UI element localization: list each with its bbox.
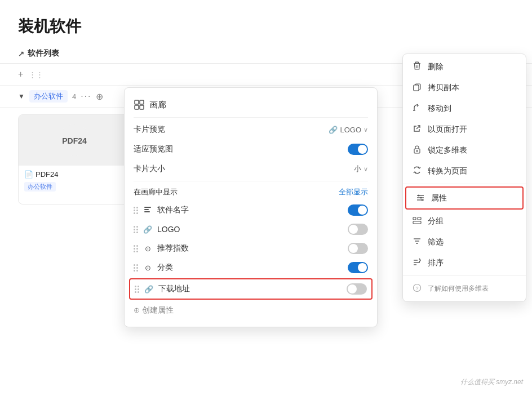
display-all-link[interactable]: 全部显示 bbox=[339, 187, 368, 197]
panel-adaptive-preview-row: 适应预览图 bbox=[125, 139, 377, 159]
panel-card-preview-row[interactable]: 卡片预览 🔗 LOGO ∨ bbox=[125, 120, 377, 139]
prop-category-icon: ⊙ bbox=[143, 264, 153, 272]
panel-divider-2 bbox=[134, 181, 368, 181]
menu-sort-label: 排序 bbox=[428, 258, 517, 268]
svg-rect-12 bbox=[135, 100, 139, 104]
open-page-icon bbox=[412, 124, 422, 135]
card-pdf24[interactable]: PDF24 📄 PDF24 办公软件 bbox=[18, 114, 131, 204]
menu-divider-1 bbox=[403, 184, 526, 184]
adaptive-preview-toggle[interactable] bbox=[348, 144, 368, 155]
menu-properties-label: 属性 bbox=[431, 193, 513, 203]
tag-plus[interactable]: ⊕ bbox=[96, 91, 103, 102]
panel-card-preview-label: 卡片预览 bbox=[134, 124, 323, 135]
drag-icon: ⋮⋮ bbox=[29, 70, 43, 79]
menu-item-group[interactable]: 分组 bbox=[403, 211, 526, 232]
tag-label[interactable]: 办公软件 bbox=[29, 90, 68, 103]
svg-line-28 bbox=[416, 126, 420, 129]
collapse-arrow[interactable]: ▼ bbox=[18, 92, 25, 100]
prop-category-toggle[interactable] bbox=[348, 262, 368, 273]
menu-item-move[interactable]: 移动到 bbox=[403, 98, 526, 119]
panel-divider-1 bbox=[134, 117, 368, 118]
svg-rect-39 bbox=[413, 221, 421, 224]
menu-item-lock[interactable]: 锁定多维表 bbox=[403, 140, 526, 161]
page-title: 装机软件 bbox=[0, 0, 532, 44]
display-section-text: 在画廊中显示 bbox=[134, 187, 178, 197]
prop-name-icon bbox=[143, 205, 153, 216]
arrow-icon: ↗ bbox=[18, 50, 24, 58]
menu-convert-label: 转换为页面 bbox=[428, 166, 517, 176]
prop-category-label: 分类 bbox=[157, 262, 343, 273]
menu-open-label: 以页面打开 bbox=[428, 124, 517, 135]
prop-name-toggle[interactable] bbox=[348, 204, 368, 216]
prop-rating-icon: ⊙ bbox=[143, 244, 153, 253]
lock-icon bbox=[412, 145, 422, 155]
menu-filter-label: 筛选 bbox=[428, 237, 517, 247]
chevron-down-icon: ∨ bbox=[363, 126, 368, 134]
panel-card-size-row[interactable]: 卡片大小 小 ∨ bbox=[125, 159, 377, 179]
props-icon bbox=[415, 193, 425, 203]
menu-item-properties[interactable]: 属性 bbox=[405, 186, 524, 210]
menu-item-delete[interactable]: 删除 bbox=[403, 56, 526, 77]
card-pdf24-name: 📄 PDF24 bbox=[24, 170, 125, 179]
prop-download-toggle[interactable] bbox=[347, 283, 367, 295]
prop-name-label: 软件名字 bbox=[157, 205, 343, 215]
convert-icon bbox=[412, 166, 422, 176]
chevron-down-icon-2: ∨ bbox=[363, 166, 368, 173]
prop-rating-label: 推荐指数 bbox=[157, 243, 343, 253]
menu-group-label: 分组 bbox=[428, 216, 517, 226]
menu-item-sort[interactable]: 排序 bbox=[403, 252, 526, 273]
prop-logo-icon: 🔗 bbox=[143, 225, 153, 234]
svg-text:PDF24: PDF24 bbox=[62, 136, 87, 145]
menu-help-label: 了解如何使用多维表 bbox=[428, 284, 517, 293]
main-container: 装机软件 ↗ 软件列表 + ⋮⋮ ▼ 办公软件 4 ··· ⊕ PDF24 bbox=[0, 0, 532, 396]
panel-card-preview-value[interactable]: 🔗 LOGO ∨ bbox=[329, 126, 368, 134]
group-icon bbox=[412, 216, 422, 226]
drag-handle-download bbox=[135, 286, 139, 293]
panel-card-size-value[interactable]: 小 ∨ bbox=[354, 164, 368, 174]
panel-gallery-header: 画廊 bbox=[125, 95, 377, 115]
svg-rect-16 bbox=[144, 207, 151, 208]
copy-icon bbox=[412, 82, 422, 93]
property-panel: 画廊 卡片预览 🔗 LOGO ∨ 适应预览图 卡片大小 小 ∨ bbox=[124, 87, 378, 327]
menu-item-help[interactable]: ? 了解如何使用多维表 bbox=[403, 278, 526, 299]
prop-row-rating: ⊙ 推荐指数 bbox=[125, 239, 377, 258]
add-property-label[interactable]: ⊕ 创建属性 bbox=[134, 305, 174, 315]
prop-rating-toggle[interactable] bbox=[348, 243, 368, 254]
menu-item-filter[interactable]: 筛选 bbox=[403, 232, 526, 252]
tag-dots[interactable]: ··· bbox=[81, 91, 91, 101]
display-section-header: 在画廊中显示 全部显示 bbox=[125, 184, 377, 201]
filter-icon bbox=[412, 237, 422, 247]
svg-rect-37 bbox=[413, 217, 416, 220]
menu-item-convert[interactable]: 转换为页面 bbox=[403, 161, 526, 181]
svg-text:?: ? bbox=[415, 286, 418, 291]
svg-rect-38 bbox=[418, 217, 421, 220]
svg-rect-20 bbox=[414, 63, 420, 64]
svg-rect-18 bbox=[144, 211, 150, 212]
panel-adaptive-preview-label: 适应预览图 bbox=[134, 144, 342, 154]
add-property-row[interactable]: ⊕ 创建属性 bbox=[125, 301, 377, 320]
prop-download-label: 下载地址 bbox=[158, 284, 342, 294]
pdf24-logo-icon: PDF24 bbox=[57, 123, 91, 157]
panel-gallery-label: 画廊 bbox=[149, 100, 368, 110]
card-pdf24-body: 📄 PDF24 办公软件 bbox=[19, 166, 130, 196]
gallery-icon bbox=[134, 99, 145, 110]
move-icon bbox=[412, 103, 422, 114]
svg-rect-15 bbox=[140, 105, 144, 109]
card-pdf24-image: PDF24 bbox=[19, 115, 130, 166]
drag-handle-category bbox=[134, 264, 138, 272]
sort-icon bbox=[412, 257, 422, 268]
prop-logo-toggle[interactable] bbox=[348, 224, 368, 235]
svg-point-34 bbox=[418, 195, 420, 197]
panel-card-size-label: 卡片大小 bbox=[134, 164, 348, 174]
menu-lock-label: 锁定多维表 bbox=[428, 145, 517, 155]
svg-rect-17 bbox=[144, 209, 149, 210]
card-pdf24-file-icon: 📄 bbox=[24, 170, 33, 179]
help-icon: ? bbox=[412, 283, 422, 294]
svg-point-36 bbox=[422, 199, 423, 201]
prop-row-name: 软件名字 bbox=[125, 201, 377, 220]
menu-copy-label: 拷贝副本 bbox=[428, 83, 517, 93]
drag-handle-name bbox=[134, 207, 138, 214]
add-icon[interactable]: + bbox=[18, 69, 23, 79]
menu-item-copy[interactable]: 拷贝副本 bbox=[403, 77, 526, 98]
menu-item-open[interactable]: 以页面打开 bbox=[403, 119, 526, 140]
